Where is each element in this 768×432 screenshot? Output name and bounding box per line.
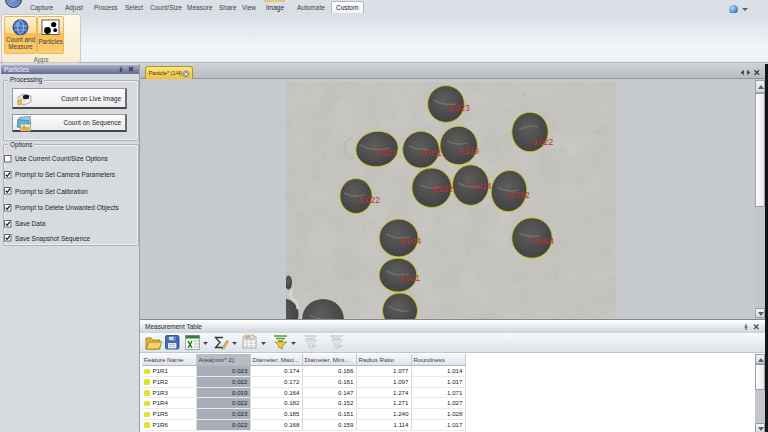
svg-text:xls: xls bbox=[246, 335, 251, 339]
svg-text:0.021: 0.021 bbox=[399, 273, 421, 283]
svg-text:0.022: 0.022 bbox=[508, 190, 530, 200]
svg-text:0.022: 0.022 bbox=[432, 184, 454, 194]
svg-text:0.024: 0.024 bbox=[400, 236, 422, 246]
svg-text:0.023: 0.023 bbox=[449, 103, 471, 113]
svg-text:0.022: 0.022 bbox=[375, 148, 397, 158]
svg-text:0.019: 0.019 bbox=[458, 146, 480, 156]
svg-text:0.022: 0.022 bbox=[359, 195, 381, 205]
svg-text:0.014: 0.014 bbox=[470, 181, 492, 191]
svg-text:0.024: 0.024 bbox=[533, 236, 555, 246]
svg-text:0.022: 0.022 bbox=[532, 137, 554, 147]
svg-text:0.011: 0.011 bbox=[421, 148, 442, 158]
